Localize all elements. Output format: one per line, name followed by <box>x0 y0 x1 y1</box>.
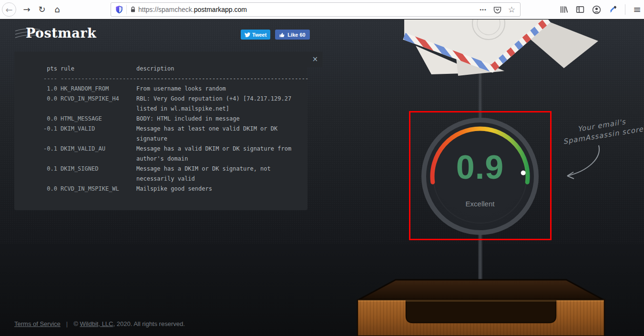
tweet-button[interactable]: Tweet <box>241 30 270 40</box>
table-row: 0.0 RCVD_IN_MSPIKE_WL Mailspike good sen… <box>30 184 307 194</box>
table-row: -0.1 DKIM_VALID_AU Message has a valid D… <box>30 144 307 164</box>
pocket-icon[interactable] <box>493 6 501 14</box>
inbox-tray-artwork <box>357 278 605 336</box>
table-row: 0.0 HTML_MESSAGE BODY: HTML included in … <box>30 114 307 124</box>
page-actions-dots-icon[interactable]: ••• <box>480 7 487 12</box>
rule-name: HTML_MESSAGE <box>61 114 136 124</box>
url-bar[interactable]: https://spamcheck.postmarkapp.com ••• ☆ <box>111 2 521 17</box>
rule-points: 1.0 <box>30 84 57 94</box>
rule-description: Message has at least one valid DKIM or D… <box>136 124 307 144</box>
rule-points: 0.1 <box>30 164 57 184</box>
report-rows: 1.0 HK_RANDOM_FROM From username looks r… <box>30 84 307 194</box>
facebook-like-button[interactable]: Like 60 <box>275 30 309 40</box>
forward-button[interactable]: → <box>19 2 34 17</box>
rule-description: Message has a DKIM or DK signature, notn… <box>136 164 307 184</box>
annotation-arrow-icon <box>562 143 619 181</box>
shield-icon[interactable] <box>115 5 123 14</box>
copyright-text: © Wildbit, LLC, 2020. All rights reserve… <box>73 320 185 327</box>
annotation-note: Your email's SpamAssassin score <box>561 114 644 147</box>
rule-points: -0.1 <box>30 124 57 144</box>
rule-name: DKIM_VALID_AU <box>61 144 136 164</box>
bookmark-star-icon[interactable]: ☆ <box>508 5 515 15</box>
rule-points: 0.0 <box>30 114 57 124</box>
library-icon[interactable] <box>560 5 568 14</box>
home-button[interactable]: ⌂ <box>50 2 65 17</box>
rule-points: 0.0 <box>30 94 57 114</box>
lock-icon <box>130 6 136 13</box>
footer: Terms of Service|© Wildbit, LLC, 2020. A… <box>14 320 185 327</box>
rule-points: 0.0 <box>30 184 57 194</box>
table-row: 0.0 RCVD_IN_MSPIKE_H4 RBL: Very Good rep… <box>30 94 307 114</box>
reload-button[interactable]: ↻ <box>34 2 50 17</box>
envelope-artwork <box>402 20 598 78</box>
menu-icon[interactable]: ≡ <box>633 4 641 15</box>
spam-score-value: 0.9 <box>426 150 534 184</box>
rule-description: RBL: Very Good reputation (+4) [74.217.1… <box>136 94 307 114</box>
eyedropper-icon[interactable] <box>609 5 617 14</box>
spam-score-label: Excellent <box>426 200 534 208</box>
table-row: 0.1 DKIM_SIGNED Message has a DKIM or DK… <box>30 164 307 184</box>
table-row: 1.0 HK_RANDOM_FROM From username looks r… <box>30 84 307 94</box>
twitter-bird-icon <box>245 32 250 38</box>
rule-name: RCVD_IN_MSPIKE_WL <box>61 184 136 194</box>
share-buttons: Tweet Like 60 <box>241 30 310 40</box>
rule-description: Mailspike good senders <box>136 184 307 194</box>
rule-description: BODY: HTML included in message <box>136 114 307 124</box>
account-icon[interactable] <box>592 5 601 14</box>
rule-name: RCVD_IN_MSPIKE_H4 <box>61 94 136 114</box>
footer-separator: | <box>66 320 68 327</box>
terms-of-service-link[interactable]: Terms of Service <box>14 320 61 327</box>
spam-rules-table: ptsruledescription ---------------------… <box>14 51 307 194</box>
rule-name: DKIM_SIGNED <box>61 164 136 184</box>
back-button[interactable]: ← <box>2 2 16 17</box>
table-header: ptsruledescription <box>30 64 307 74</box>
toolbar-divider <box>625 4 625 15</box>
wildbit-link[interactable]: Wildbit, LLC <box>80 320 113 327</box>
rule-description: Message has a valid DKIM or DK signature… <box>136 144 307 164</box>
postmark-logo[interactable]: Postmark <box>14 26 96 41</box>
rule-name: DKIM_VALID <box>61 124 136 144</box>
spam-score-gauge: 0.9 Excellent <box>421 118 539 235</box>
page-background: Postmark Tweet Like 60 ptsruledescriptio… <box>0 20 644 336</box>
logo-text: Postmark <box>26 26 96 41</box>
browser-toolbar: ← → ↻ ⌂ https://spamcheck.postmarkapp.co… <box>0 0 644 19</box>
table-separator: ----------------------------------------… <box>30 74 307 84</box>
thumbs-up-icon <box>279 32 285 38</box>
rule-name: HK_RANDOM_FROM <box>61 84 136 94</box>
url-text: https://spamcheck.postmarkapp.com <box>138 6 480 13</box>
spam-report-panel: ptsruledescription ---------------------… <box>14 51 307 210</box>
table-row: -0.1 DKIM_VALID Message has at least one… <box>30 124 307 144</box>
close-icon[interactable]: × <box>307 51 323 67</box>
rule-points: -0.1 <box>30 144 57 164</box>
urlbar-divider <box>126 5 127 14</box>
sidebar-icon[interactable] <box>576 5 584 14</box>
rule-description: From username looks random <box>136 84 307 94</box>
